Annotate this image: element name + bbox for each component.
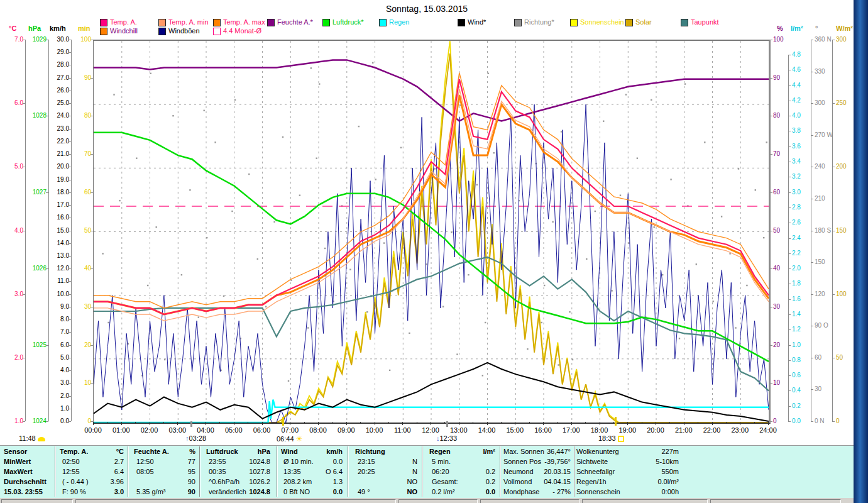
axis-tick-kmh (69, 91, 71, 91)
table-row-label: MinWert (4, 458, 31, 466)
astro-value: -39,756° (495, 458, 571, 466)
status-bar-segment (75, 499, 396, 503)
x-axis-halftick (219, 422, 220, 424)
axis-tick-label-kmh: 18.0 (44, 189, 69, 196)
legend-swatch-luftdruck (322, 19, 330, 26)
wind-direction-dot (299, 195, 300, 196)
wind-direction-dot (282, 136, 283, 138)
axis-tick-lm2 (788, 177, 791, 177)
axis-tick-deg (811, 231, 813, 231)
axis-tick-label-lm2: 3.2 (792, 174, 801, 180)
axis-tick-label-kmh: 5.0 (44, 355, 69, 361)
axis-tick-label-percent: 20 (773, 342, 780, 348)
legend-swatch-windboeen (158, 28, 166, 35)
axis-header-hpa: hPa (28, 25, 41, 32)
axis-tick-kmh (69, 180, 71, 180)
cell-value-feuchte-a-: 95 (120, 468, 195, 476)
axis-tick-label-celsius: 4.0 (0, 228, 23, 234)
wind-direction-dot (561, 131, 562, 132)
axis-tick-label-celsius: 3.0 (0, 291, 23, 297)
axis-tick-celsius (23, 294, 25, 295)
axis-tick-label-kmh: 29.0 (44, 49, 69, 55)
axis-tick-lm2 (788, 314, 791, 315)
axis-tick-label-kmh: 15.0 (44, 228, 69, 234)
axis-tick-label-lm2: 3.6 (792, 143, 801, 150)
wind-direction-dot (611, 290, 612, 291)
axis-tick-label-lm2: 2.2 (792, 250, 801, 257)
axis-tick-kmh (69, 281, 71, 282)
axis-tick-lm2 (788, 146, 791, 147)
cell-value-wind: 0.0 (267, 458, 343, 466)
wind-direction-dot (375, 179, 376, 180)
axis-tick-kmh (69, 256, 71, 257)
x-axis-label: 15:00 (506, 426, 524, 434)
legend-label-taupunkt: Taupunkt (691, 18, 719, 26)
axis-tick-label-percent: 70 (773, 151, 780, 157)
x-axis-halftick (388, 422, 389, 424)
astro-value: - 27% (495, 488, 571, 496)
wind-direction-dot (136, 158, 137, 159)
wind-direction-dot (400, 147, 402, 148)
x-axis-label: 08:00 (309, 426, 327, 434)
cell-value-wind: 0.0 (267, 488, 343, 496)
legend-label-luftdruck: Luftdruck* (332, 18, 364, 26)
wind-direction-dot (738, 168, 739, 169)
axis-tick-label-kmh: 13.0 (44, 253, 69, 259)
axis-tick-label-percent: 60 (773, 189, 780, 196)
axis-tick-kmh (69, 103, 71, 104)
x-axis-tick (206, 422, 206, 425)
legend-label-richtung: Richtung* (524, 18, 554, 26)
wind-direction-dot (755, 189, 756, 191)
wind-direction-dot (459, 104, 461, 106)
sunset-icon (618, 436, 624, 442)
x-axis-halftick (304, 422, 305, 424)
wind-direction-dot (206, 237, 207, 238)
legend-label-wind: Wind* (468, 18, 486, 26)
status-bar-segment (398, 499, 478, 503)
axis-tick-label-lm2: 2.0 (792, 265, 801, 272)
wind-direction-dot (324, 248, 326, 249)
cell-value-regen: 0.0 (420, 488, 495, 496)
x-axis-label: 05:00 (225, 426, 243, 434)
axis-tick-label-hpa: 1027 (21, 189, 47, 196)
x-axis-halftick (360, 422, 361, 424)
extra-value: 0:00h (603, 488, 679, 496)
x-axis-halftick (417, 422, 417, 424)
wind-direction-dot (358, 126, 360, 127)
wind-direction-dot (625, 94, 627, 95)
weather-graph-window: Sonntag, 15.03.2015 Temp. A.Temp. A. min… (0, 0, 868, 503)
cell-value-regen: 0.2 (420, 468, 495, 476)
col-title-richtung: Richtung (355, 448, 385, 456)
axis-tick-label-lm2: 1.0 (792, 342, 801, 348)
axis-tick-label-percent: 50 (773, 228, 780, 234)
cell-value-feuchte-a-: 90 (120, 488, 195, 496)
status-bar-segment (1, 499, 73, 503)
legend-swatch-regen (379, 19, 387, 26)
wind-direction-dot (198, 316, 199, 318)
x-axis-tick (684, 422, 684, 425)
sunrise-icon: ☀ (294, 434, 303, 443)
axis-tick-label-kmh: 22.0 (44, 138, 69, 145)
axis-tick-kmh (69, 129, 71, 130)
cell-value-richtung: NO (342, 478, 417, 486)
table-row-label: Sensor (4, 448, 27, 456)
x-axis-halftick (444, 422, 445, 424)
wind-direction-dot (310, 67, 312, 69)
x-axis-tick (375, 422, 375, 425)
wind-direction-dot (307, 327, 309, 328)
wind-direction-dot (189, 189, 190, 191)
axis-tick-lm2 (788, 70, 791, 70)
axis-tick-lm2 (788, 299, 791, 300)
axis-tick-label-kmh: 23.0 (44, 126, 69, 132)
wind-direction-dot (662, 274, 663, 275)
axis-tick-kmh (69, 141, 71, 142)
axis-tick-label-lm2: 2.4 (792, 235, 801, 241)
axis-header-wm2: W/m² (836, 25, 853, 32)
axis-tick-kmh (69, 243, 71, 244)
axis-tick-label-wm2: 150 (836, 228, 847, 234)
x-axis-label: 07:00 (281, 426, 299, 434)
axis-tick-label-kmh: 24.0 (44, 113, 69, 119)
axis-tick-label-deg: 90 O (815, 323, 828, 329)
wind-direction-dot (684, 83, 686, 84)
axis-tick-label-kmh: 8.0 (44, 316, 69, 323)
